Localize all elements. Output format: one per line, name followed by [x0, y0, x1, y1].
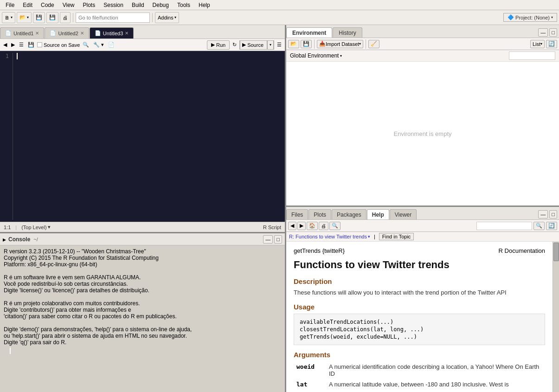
doc-icon3: 📄	[95, 30, 101, 36]
right-panel: Environment History — □ 📂 💾 📥 Import Dat…	[286, 25, 559, 392]
open-file-button[interactable]: 📂 ▾	[17, 12, 32, 23]
env-panel-controls: — □	[538, 28, 557, 37]
back-button[interactable]: ◀	[2, 41, 8, 48]
console-minimize-button[interactable]: —	[263, 235, 273, 244]
rerun-button[interactable]: ↻	[231, 41, 238, 48]
clear-console-button[interactable]: 🧹	[368, 40, 379, 48]
source-on-save-checkbox[interactable]	[37, 42, 42, 47]
console-line-12: Digite 'demo()' para demonstrações, 'hel…	[4, 326, 281, 333]
save-all-button[interactable]: 💾	[46, 12, 58, 23]
menu-plots[interactable]: Plots	[79, 1, 99, 9]
help-home-button[interactable]: 🏠	[307, 222, 318, 230]
help-minimize-button[interactable]: —	[538, 210, 548, 218]
new-file-button[interactable]: 🗎 ▾	[2, 12, 15, 23]
console-line-blank2	[4, 320, 281, 326]
env-search-input[interactable]	[509, 51, 555, 60]
main-toolbar: 🗎 ▾ 📂 ▾ 💾 💾 🖨 Addins ▾ 🔷 Project: (None)…	[0, 10, 559, 25]
scrollbar-thumb[interactable]	[553, 243, 559, 261]
menu-view[interactable]: View	[59, 1, 78, 9]
menu-code[interactable]: Code	[37, 1, 58, 9]
help-print-button[interactable]: 🖨	[319, 222, 328, 230]
console-content[interactable]: R version 3.2.3 (2015-12-10) -- "Wooden …	[0, 245, 285, 392]
help-refresh-button[interactable]: 🔄	[546, 222, 557, 230]
console-line-3	[4, 268, 281, 274]
help-back-button[interactable]: ◀	[288, 222, 296, 230]
addins-button[interactable]: Addins ▾	[155, 12, 179, 23]
close-tab3-icon[interactable]: ✕	[125, 31, 129, 36]
import-dataset-button[interactable]: 📥 Import Dataset ▾	[317, 40, 363, 48]
compile-button[interactable]: 📄	[107, 41, 116, 48]
help-search-button[interactable]: 🔍	[533, 222, 545, 230]
menu-tools[interactable]: Tools	[173, 1, 194, 9]
cursor-position: 1:1	[4, 225, 11, 230]
code-tools-button[interactable]: 🔧 ▾	[92, 41, 105, 48]
list-view-button[interactable]: ☰	[276, 41, 283, 48]
env-toolbar: 📂 💾 📥 Import Dataset ▾ 🧹 List ▾ 🔄	[286, 38, 559, 50]
arg-row-woeid: woeid A numerical identification code de…	[294, 361, 545, 379]
env-content: Global Environment ▾ Environment is empt…	[286, 50, 559, 206]
breadcrumb-dropdown-icon[interactable]: ▾	[368, 234, 370, 239]
tab-packages[interactable]: Packages	[332, 209, 366, 219]
menu-file[interactable]: File	[2, 1, 18, 9]
tab-viewer[interactable]: Viewer	[390, 209, 417, 219]
menu-help[interactable]: Help	[195, 1, 214, 9]
menu-edit[interactable]: Edit	[19, 1, 36, 9]
help-search-input[interactable]	[476, 222, 532, 230]
menu-session[interactable]: Session	[100, 1, 127, 9]
find-in-topic-button[interactable]: Find in Topic	[379, 233, 414, 240]
doc-icon2: 📄	[50, 30, 56, 36]
env-minimize-button[interactable]: —	[538, 28, 548, 37]
help-tabs-bar: Files Plots Packages Help Viewer — □	[286, 207, 559, 220]
env-refresh-button[interactable]: 🔄	[546, 40, 557, 48]
help-toolbar: ◀ ▶ 🏠 🖨 🔍 🔍 🔄	[286, 220, 559, 232]
tab-untitled3[interactable]: 📄 Untitled3 ✕	[90, 27, 134, 39]
help-maximize-button[interactable]: □	[549, 210, 557, 218]
tab-environment[interactable]: Environment	[286, 27, 332, 38]
tab-untitled2[interactable]: 📄 Untitled2 ✕	[45, 27, 89, 39]
save-editor-button[interactable]: 💾	[26, 41, 36, 48]
help-usage-title: Usage	[294, 303, 545, 311]
run-button[interactable]: ▶ Run	[207, 40, 230, 50]
tab-plots[interactable]: Plots	[308, 209, 331, 219]
env-maximize-button[interactable]: □	[549, 28, 557, 37]
menu-debug[interactable]: Debug	[149, 1, 173, 9]
load-workspace-button[interactable]: 📂	[288, 40, 299, 48]
global-env-dropdown-icon[interactable]: ▾	[340, 54, 342, 58]
level-dropdown-icon[interactable]: ▾	[48, 224, 51, 230]
source-button[interactable]: ▶ Source	[240, 40, 267, 50]
show-outline-button[interactable]: ☰	[18, 41, 25, 48]
close-tab1-icon[interactable]: ✕	[35, 31, 39, 36]
help-content[interactable]: getTrends {twitteR} R Documentation Func…	[286, 242, 553, 392]
console-maximize-button[interactable]: □	[274, 235, 282, 244]
help-forward-button[interactable]: ▶	[297, 222, 306, 230]
save-workspace-button[interactable]: 💾	[301, 40, 312, 48]
code-editor[interactable]: 1	[0, 51, 285, 222]
env-sep1	[314, 39, 315, 49]
help-nav: ◀ ▶ 🏠 🖨 🔍	[288, 222, 341, 230]
console-prompt[interactable]: >	[4, 347, 281, 354]
console-line-8: R é um projeto colaborativo com muitos c…	[4, 300, 281, 307]
print-button[interactable]: 🖨	[60, 12, 71, 23]
code-content[interactable]	[13, 53, 283, 220]
close-tab2-icon[interactable]: ✕	[80, 31, 84, 36]
breadcrumb-link[interactable]: R: Functions to view Twitter trends ▾	[289, 234, 370, 239]
search-button[interactable]: 🔍	[81, 41, 90, 48]
left-panel: 📄 Untitled1 ✕ 📄 Untitled2 ✕ 📄 Untitled3 …	[0, 25, 286, 392]
help-find-button[interactable]: 🔍	[329, 222, 341, 230]
help-scrollbar[interactable]	[553, 242, 559, 392]
goto-input[interactable]	[76, 13, 150, 23]
tab-help[interactable]: Help	[367, 209, 389, 219]
menu-build[interactable]: Build	[128, 1, 148, 9]
save-button[interactable]: 💾	[33, 12, 45, 23]
env-empty-message: Environment is empty	[286, 62, 559, 206]
list-dropdown-icon: ▾	[540, 42, 542, 46]
source-dropdown-button[interactable]: ▾	[267, 40, 274, 50]
tab-history[interactable]: History	[333, 27, 362, 38]
arg-row-lat: lat A numerical latitude value, between …	[294, 379, 545, 390]
forward-button[interactable]: ▶	[10, 41, 16, 48]
tab-files[interactable]: Files	[286, 209, 308, 219]
import-icon: 📥	[319, 41, 326, 47]
console-line-10: 'citation()' para saber como citar o R o…	[4, 313, 281, 320]
list-view-button[interactable]: List ▾	[530, 40, 545, 48]
tab-untitled1[interactable]: 📄 Untitled1 ✕	[0, 27, 44, 39]
